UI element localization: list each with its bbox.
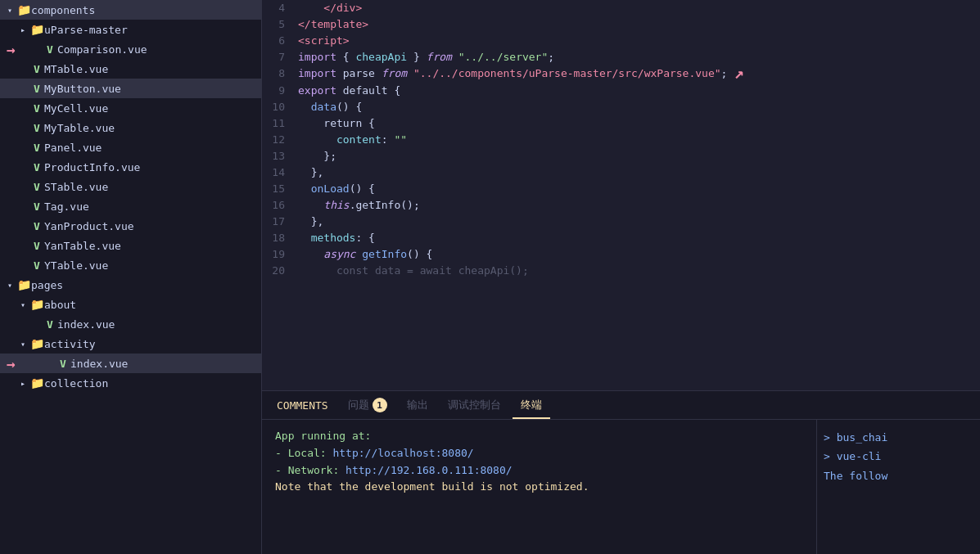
- tree-item-label: MyTable.vue: [44, 122, 115, 134]
- tree-item-yanproduct-vue[interactable]: VYanProduct.vue: [0, 216, 261, 236]
- tree-item-mytable-vue[interactable]: VMyTable.vue: [0, 118, 261, 137]
- terminal-line: - Local: http://localhost:8080/: [275, 445, 803, 462]
- code-line: 6<script>: [262, 33, 980, 49]
- tabs-bar: COMMENTS问题1输出调试控制台终端: [262, 391, 980, 420]
- tree-item-pages-folder[interactable]: ▾📁pages: [0, 275, 261, 295]
- code-line: 7import { cheapApi } from "../../server"…: [262, 49, 980, 65]
- tree-item-label: Panel.vue: [44, 142, 102, 154]
- tree-item-tag-vue[interactable]: VTag.vue: [0, 196, 261, 216]
- tab-problems[interactable]: 问题1: [340, 394, 395, 417]
- vue-file-icon: V: [29, 63, 44, 75]
- code-line: 10 data() {: [262, 99, 980, 115]
- vue-file-icon: V: [29, 102, 44, 115]
- code-line: 20 const data = await cheapApi();: [262, 263, 980, 279]
- tree-item-label: Tag.vue: [44, 200, 89, 213]
- code-line: 8import parse from "../../components/uPa…: [262, 65, 980, 83]
- line-content: <script>: [295, 33, 980, 49]
- tree-item-label: collection: [44, 377, 108, 390]
- chevron-icon: ▸: [16, 25, 29, 34]
- line-content: async getInfo() {: [295, 246, 980, 263]
- tree-item-activity-folder[interactable]: ▾📁activity: [0, 334, 261, 354]
- folder-icon: 📁: [16, 3, 31, 16]
- line-content: return {: [295, 115, 980, 132]
- vue-file-icon: V: [29, 142, 44, 154]
- line-content: </div>: [295, 0, 980, 16]
- code-line: 9export default {: [262, 83, 980, 99]
- tree-item-activity-index-vue[interactable]: →Vindex.vue: [0, 354, 261, 373]
- file-tree: ▾📁components▸📁uParse-master→VComparison.…: [0, 0, 262, 554]
- tree-item-uparse-master[interactable]: ▸📁uParse-master: [0, 20, 261, 39]
- tab-debug[interactable]: 调试控制台: [440, 394, 509, 416]
- line-number: 13: [262, 148, 295, 164]
- tab-comments[interactable]: COMMENTS: [269, 396, 336, 415]
- tree-item-mycell-vue[interactable]: VMyCell.vue: [0, 98, 261, 118]
- vue-file-icon: V: [29, 122, 44, 134]
- tree-item-label: activity: [44, 338, 96, 350]
- code-line: 14 },: [262, 164, 980, 181]
- tree-item-productinfo-vue[interactable]: VProductInfo.vue: [0, 157, 261, 177]
- line-number: 20: [262, 263, 295, 279]
- line-number: 16: [262, 197, 295, 214]
- tree-item-stable-vue[interactable]: VSTable.vue: [0, 177, 261, 196]
- tree-item-mybutton-vue[interactable]: VMyButton.vue: [0, 79, 261, 98]
- code-line: 18 methods: {: [262, 230, 980, 246]
- tree-item-label: YTable.vue: [44, 259, 108, 272]
- line-content: content: "": [295, 132, 980, 148]
- line-content: },: [295, 214, 980, 230]
- folder-icon: 📁: [29, 337, 44, 350]
- line-content: const data = await cheapApi();: [295, 263, 980, 279]
- code-line: 15 onLoad() {: [262, 181, 980, 197]
- code-editor[interactable]: 4 </div>5</template>6<script>7import { c…: [262, 0, 980, 390]
- tree-item-label: MyCell.vue: [44, 102, 108, 115]
- tree-item-about-folder[interactable]: ▾📁about: [0, 295, 261, 314]
- tree-item-collection-folder[interactable]: ▸📁collection: [0, 373, 261, 393]
- line-content: onLoad() {: [295, 181, 980, 197]
- code-line: 4 </div>: [262, 0, 980, 16]
- badge: 1: [373, 398, 387, 412]
- line-number: 14: [262, 164, 295, 181]
- chevron-icon: ▾: [3, 281, 16, 290]
- tree-item-label: uParse-master: [44, 24, 128, 36]
- tab-label: 输出: [407, 399, 428, 411]
- line-number: 6: [262, 33, 295, 49]
- line-number: 15: [262, 181, 295, 197]
- tree-item-comparison-vue[interactable]: →VComparison.vue: [0, 39, 261, 59]
- line-content: };: [295, 148, 980, 164]
- tree-item-ytable-vue[interactable]: VYTable.vue: [0, 255, 261, 275]
- terminal-line: App running at:: [275, 428, 803, 445]
- line-content: data() {: [295, 99, 980, 115]
- line-number: 11: [262, 115, 295, 132]
- code-line: 16 this.getInfo();: [262, 197, 980, 214]
- line-number: 5: [262, 16, 295, 33]
- tree-item-about-index-vue[interactable]: Vindex.vue: [0, 314, 261, 334]
- vue-file-icon: V: [56, 358, 70, 370]
- tab-output[interactable]: 输出: [399, 394, 436, 416]
- tab-label: 终端: [521, 399, 542, 411]
- tree-item-label: pages: [31, 279, 63, 291]
- terminal-right: > bus_chai> vue-cliThe follow: [816, 420, 980, 554]
- tree-item-yantable-vue[interactable]: VYanTable.vue: [0, 236, 261, 255]
- code-line: 12 content: "": [262, 132, 980, 148]
- line-content: export default {: [295, 83, 980, 99]
- tree-item-panel-vue[interactable]: VPanel.vue: [0, 137, 261, 157]
- tree-item-mtable-vue[interactable]: VMTable.vue: [0, 59, 261, 79]
- code-line: 19 async getInfo() {: [262, 246, 980, 263]
- line-content: import { cheapApi } from "../../server";: [295, 49, 980, 65]
- chevron-icon: ▾: [16, 340, 29, 349]
- tree-item-components-folder[interactable]: ▾📁components: [0, 0, 261, 20]
- arrow-indicator: →: [7, 355, 16, 372]
- vue-file-icon: V: [29, 161, 44, 173]
- folder-icon: 📁: [29, 376, 44, 390]
- tab-terminal[interactable]: 终端: [513, 394, 550, 416]
- line-number: 4: [262, 0, 295, 16]
- tab-label: 调试控制台: [448, 399, 501, 411]
- terminal-right-line: > bus_chai: [824, 428, 973, 447]
- folder-icon: 📁: [16, 278, 31, 291]
- tree-item-label: MTable.vue: [44, 63, 108, 75]
- folder-icon: 📁: [29, 298, 44, 311]
- tree-item-label: about: [44, 299, 76, 311]
- vue-file-icon: V: [29, 259, 44, 272]
- tree-item-label: ProductInfo.vue: [44, 161, 140, 173]
- folder-icon: 📁: [29, 23, 44, 36]
- tab-label: COMMENTS: [277, 399, 328, 412]
